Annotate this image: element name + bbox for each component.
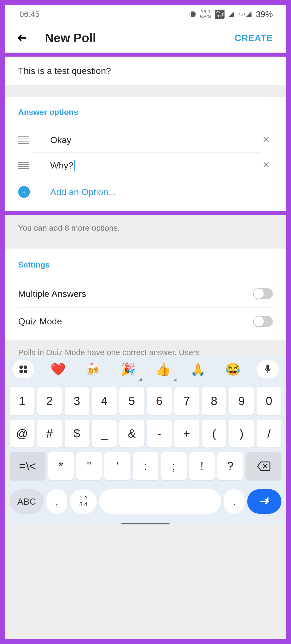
key-dquote[interactable]: " <box>76 452 102 480</box>
key-2[interactable]: 2 <box>37 387 62 415</box>
options-header: Answer options <box>18 108 273 117</box>
emoji-party[interactable]: 🎉 <box>117 360 139 378</box>
status-bar: 06:45 16.0KB/S VoLTE2 4G+ 39% <box>5 5 286 23</box>
backspace-icon <box>257 461 270 472</box>
option-row-1: Why? <box>18 153 273 178</box>
key-amp[interactable]: & <box>119 420 144 447</box>
key-3[interactable]: 3 <box>65 387 89 415</box>
delete-option-0[interactable] <box>259 134 273 146</box>
quiz-hint-text: Polls in Quiz Mode have one correct answ… <box>18 348 273 355</box>
quiz-mode-toggle[interactable] <box>253 316 273 327</box>
text-cursor <box>74 160 75 171</box>
key-enter[interactable] <box>247 489 281 514</box>
key-8[interactable]: 8 <box>202 387 227 415</box>
key-1[interactable]: 1 <box>10 387 34 415</box>
nav-indicator <box>5 522 286 525</box>
multiple-answers-label: Multiple Answers <box>18 289 86 299</box>
options-hint-area: You can add 8 more options. <box>5 215 286 249</box>
multiple-answers-toggle[interactable] <box>253 288 273 299</box>
key-7[interactable]: 7 <box>174 387 199 415</box>
key-numpad[interactable]: 1 2 3 4 <box>70 489 97 514</box>
key-squote[interactable]: ' <box>104 452 130 480</box>
key-question[interactable]: ? <box>217 452 243 480</box>
key-comma[interactable]: , <box>46 489 67 514</box>
key-semicolon[interactable]: ; <box>161 452 187 480</box>
vibrate-icon <box>189 11 196 18</box>
key-6[interactable]: 6 <box>147 387 172 415</box>
key-4[interactable]: 4 <box>92 387 117 415</box>
emoji-beers[interactable]: 🍻 <box>82 360 104 378</box>
arrow-left-icon <box>17 32 28 44</box>
key-at[interactable]: @ <box>10 420 34 447</box>
key-rparen[interactable]: ) <box>229 420 254 447</box>
plus-icon: + <box>18 186 30 198</box>
key-star[interactable]: * <box>48 452 74 480</box>
create-button[interactable]: CREATE <box>229 33 278 43</box>
settings-header: Settings <box>18 260 273 269</box>
signal-icon-2: 4G+ <box>238 11 252 17</box>
svg-rect-3 <box>266 365 269 370</box>
back-button[interactable] <box>13 29 32 47</box>
key-plus[interactable]: + <box>174 420 199 447</box>
quiz-mode-label: Quiz Mode <box>18 316 62 327</box>
key-symbols-toggle[interactable]: =\< <box>10 452 45 480</box>
page-title: New Poll <box>45 31 229 45</box>
options-remaining-hint: You can add 8 more options. <box>18 223 273 233</box>
delete-option-1[interactable] <box>259 160 273 171</box>
voice-input-button[interactable] <box>257 360 279 378</box>
close-icon <box>262 135 270 143</box>
emoji-heart[interactable]: ❤️ <box>47 360 69 378</box>
enter-icon <box>258 496 270 507</box>
key-hash[interactable]: # <box>37 420 62 447</box>
close-icon <box>262 161 270 169</box>
key-period[interactable]: . <box>224 489 245 514</box>
key-9[interactable]: 9 <box>229 387 254 415</box>
key-slash[interactable]: / <box>257 420 281 447</box>
answer-options-card: Answer options Okay Why? + Add an Option… <box>5 97 286 211</box>
drag-handle-icon[interactable] <box>18 162 32 169</box>
quiz-mode-row: Quiz Mode <box>18 308 273 335</box>
apps-button[interactable] <box>12 360 34 378</box>
key-dollar[interactable]: $ <box>65 420 89 447</box>
key-space[interactable] <box>99 489 221 514</box>
volte-icon: VoLTE2 <box>215 10 225 19</box>
option-input-1[interactable]: Why? <box>32 153 259 178</box>
question-text: This is a test question? <box>18 66 273 76</box>
emoji-pray[interactable]: 🙏 <box>187 360 209 378</box>
key-0[interactable]: 0 <box>257 387 281 415</box>
question-input-card[interactable]: This is a test question? <box>5 57 286 85</box>
key-lparen[interactable]: ( <box>202 420 227 447</box>
key-colon[interactable]: : <box>133 452 158 480</box>
emoji-thumb[interactable]: 👍 <box>152 360 174 378</box>
key-5[interactable]: 5 <box>119 387 144 415</box>
battery-percent: 39% <box>256 9 273 19</box>
status-time: 06:45 <box>19 10 40 19</box>
multiple-answers-row: Multiple Answers <box>18 280 273 308</box>
quiz-hint-area: Polls in Quiz Mode have one correct answ… <box>5 340 286 355</box>
signal-icon-1 <box>228 11 235 17</box>
key-minus[interactable]: - <box>147 420 172 447</box>
option-row-0: Okay <box>18 127 273 153</box>
option-input-0[interactable]: Okay <box>32 127 259 153</box>
key-exclaim[interactable]: ! <box>189 452 215 480</box>
settings-card: Settings Multiple Answers Quiz Mode <box>5 249 286 340</box>
mic-icon <box>264 364 272 375</box>
apps-grid-icon <box>19 366 27 373</box>
add-option-label: Add an Option... <box>30 187 116 197</box>
key-underscore[interactable]: _ <box>92 420 117 447</box>
data-speed: 16.0KB/S <box>200 9 211 19</box>
emoji-joy[interactable]: 😂 <box>222 360 244 378</box>
soft-keyboard: ❤️ 🍻 🎉 👍 🙏 😂 1 2 3 4 5 6 7 <box>5 355 286 525</box>
key-abc-toggle[interactable]: ABC <box>10 489 44 514</box>
svg-rect-0 <box>191 11 195 17</box>
drag-handle-icon[interactable] <box>18 136 32 144</box>
app-header: New Poll CREATE <box>5 23 286 53</box>
add-option-button[interactable]: + Add an Option... <box>18 186 273 198</box>
key-backspace[interactable] <box>246 452 281 480</box>
